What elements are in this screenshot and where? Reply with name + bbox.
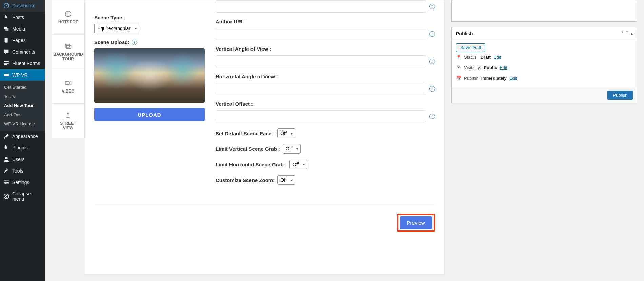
panel-down-icon[interactable]: ˅ (626, 31, 628, 36)
vr-icon (3, 72, 9, 78)
vertical-offset-input[interactable] (216, 110, 426, 122)
svg-point-21 (67, 113, 69, 114)
street-view-icon (64, 112, 72, 119)
info-icon[interactable]: i (429, 31, 435, 37)
sidebar-label: Plugins (12, 145, 28, 150)
visibility-label: Visibility: (464, 65, 481, 70)
sidebar-item-tools[interactable]: Tools (0, 165, 45, 177)
save-draft-button[interactable]: Save Draft (456, 43, 485, 52)
preview-button[interactable]: Preview (400, 216, 432, 229)
visibility-value: Public (484, 65, 497, 70)
limit-horizontal-grab-select[interactable]: Off (289, 160, 307, 169)
tab-background-tour[interactable]: BACKGROUND TOUR (52, 35, 85, 69)
panel-up-icon[interactable]: ˄ (621, 31, 623, 36)
status-value: Draft (480, 55, 490, 60)
sidebar-label: Dashboard (12, 3, 36, 8)
publish-box: Publish ˄ ˅ ▴ Save Draft 📍 Status: Draft… (451, 27, 637, 103)
sidebar-label: Settings (12, 180, 29, 185)
svg-point-15 (5, 183, 6, 185)
sidebar-label: Collapse menu (12, 191, 41, 202)
svg-point-16 (4, 194, 9, 199)
sidebar-sub-getstarted[interactable]: Get Started (0, 83, 45, 92)
tab-video[interactable]: VIDEO (52, 69, 85, 104)
horizontal-angle-label: Horizontal Angle of View : (216, 74, 435, 79)
scene-type-select[interactable]: Equirectangular (94, 24, 139, 33)
author-url-input[interactable] (216, 28, 426, 40)
pin-icon (3, 14, 9, 20)
scene-preview-image (94, 48, 205, 103)
brush-icon (3, 133, 9, 139)
tab-hotspot[interactable]: HOTSPOT (52, 0, 85, 35)
dashboard-icon (3, 3, 9, 9)
limit-horizontal-grab-label: Limit Horizontal Scene Grab : (216, 162, 287, 167)
sidebar-item-media[interactable]: Media (0, 23, 45, 35)
background-tour-icon (64, 42, 72, 50)
video-icon (64, 79, 72, 87)
tab-label: VIDEO (62, 89, 74, 94)
sidebar-item-users[interactable]: Users (0, 154, 45, 165)
svg-rect-20 (65, 81, 69, 84)
eye-icon: 👁 (456, 65, 461, 70)
publish-button[interactable]: Publish (607, 91, 633, 100)
limit-vertical-grab-select[interactable]: Off (283, 144, 301, 154)
status-label: Status: (464, 55, 478, 60)
sidebar-label: Appearance (12, 134, 38, 139)
vertical-angle-input[interactable] (216, 55, 426, 67)
wrench-icon (3, 168, 9, 174)
svg-rect-8 (4, 74, 9, 76)
limit-vertical-grab-label: Limit Vertical Scene Grab : (216, 146, 280, 152)
scene-settings-panel: Scene Type : Equirectangular Scene Uploa… (85, 0, 445, 274)
sidebar-item-settings[interactable]: Settings (0, 177, 45, 188)
svg-rect-7 (4, 64, 7, 65)
sidebar-sub-tours[interactable]: Tours (0, 92, 45, 101)
calendar-icon: 📅 (456, 76, 461, 81)
publish-top-box (451, 0, 637, 22)
svg-rect-2 (5, 28, 8, 31)
status-edit-link[interactable]: Edit (494, 55, 501, 60)
tab-street-view[interactable]: STREET VIEW (52, 104, 85, 138)
customize-zoom-label: Customize Scene Zoom: (216, 177, 275, 183)
vertical-angle-label: Vertical Angle of View : (216, 46, 435, 52)
sidebar-item-dashboard[interactable]: Dashboard (0, 0, 45, 12)
publish-edit-link[interactable]: Edit (509, 76, 517, 81)
default-face-label: Set Default Scene Face : (216, 131, 275, 136)
top-input[interactable] (216, 0, 426, 13)
sidebar-label: Tools (12, 168, 23, 174)
info-icon[interactable]: i (429, 86, 435, 92)
info-icon[interactable]: i (429, 114, 435, 119)
sidebar-sub-addnewtour[interactable]: Add New Tour (0, 101, 45, 110)
svg-rect-6 (4, 63, 9, 64)
horizontal-angle-input[interactable] (216, 83, 426, 95)
svg-point-13 (5, 180, 6, 182)
visibility-edit-link[interactable]: Edit (500, 65, 507, 70)
sidebar-item-comments[interactable]: Comments (0, 46, 45, 58)
sidebar-item-plugins[interactable]: Plugins (0, 142, 45, 154)
sidebar-item-collapse[interactable]: Collapse menu (0, 188, 45, 204)
info-icon[interactable]: i (429, 59, 435, 64)
pin-icon: 📍 (456, 55, 461, 60)
author-url-label: Author URL: (216, 19, 435, 24)
forms-icon (3, 60, 9, 66)
default-face-select[interactable]: Off (277, 128, 295, 138)
sidebar-item-posts[interactable]: Posts (0, 12, 45, 23)
sidebar-label: Users (12, 157, 25, 162)
sidebar-item-wpvr[interactable]: WP VR (0, 69, 45, 81)
scene-upload-label: Scene Upload: i (94, 39, 205, 45)
preview-highlight: Preview (397, 214, 435, 232)
svg-rect-5 (4, 61, 9, 62)
svg-point-9 (5, 157, 7, 159)
publish-value: immediately (481, 76, 507, 81)
customize-zoom-select[interactable]: Off (277, 175, 295, 185)
info-icon[interactable]: i (429, 4, 435, 9)
sidebar-sub-license[interactable]: WP VR License (0, 119, 45, 128)
sidebar-sub-addons[interactable]: Add-Ons (0, 110, 45, 119)
panel-toggle-icon[interactable]: ▴ (631, 31, 633, 36)
sidebar-item-pages[interactable]: Pages (0, 35, 45, 46)
publish-title: Publish (456, 31, 473, 36)
upload-button[interactable]: UPLOAD (94, 108, 205, 121)
sidebar-label: Posts (12, 15, 24, 20)
tab-label: STREET VIEW (55, 121, 82, 131)
info-icon[interactable]: i (132, 40, 137, 45)
sidebar-item-appearance[interactable]: Appearance (0, 131, 45, 142)
sidebar-item-fluentforms[interactable]: Fluent Forms (0, 58, 45, 69)
